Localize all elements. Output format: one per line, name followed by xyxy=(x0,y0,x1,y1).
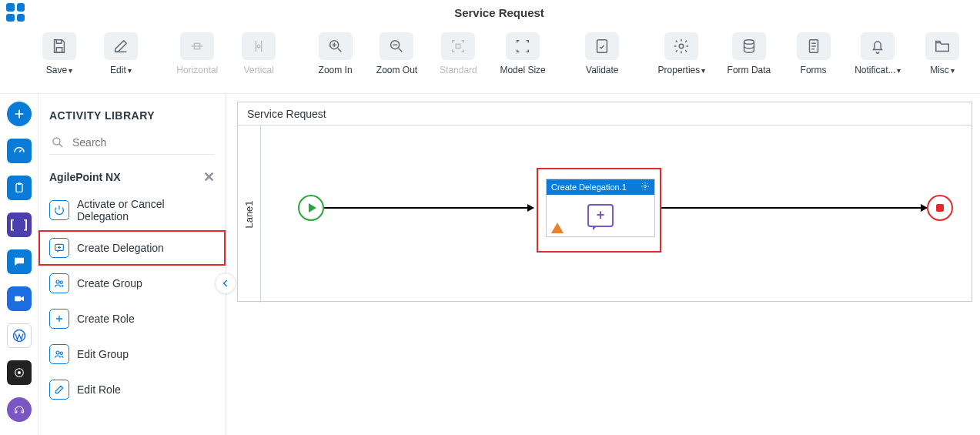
horizontal-label: Horizontal xyxy=(176,65,218,75)
validate-button[interactable]: Validate xyxy=(575,32,629,81)
misc-label: Misc xyxy=(930,65,949,75)
align-vertical-icon xyxy=(242,32,276,60)
svg-rect-5 xyxy=(597,40,607,53)
message-plus-icon xyxy=(49,238,69,258)
category-label: AgilePoint NX xyxy=(49,171,121,183)
rail-grid-icon[interactable]: [ ] xyxy=(7,212,32,237)
zoom-out-button[interactable]: Zoom Out xyxy=(370,32,424,81)
svg-rect-10 xyxy=(18,182,21,185)
zoom-out-icon xyxy=(380,32,413,60)
standard-label: Standard xyxy=(440,65,477,75)
close-icon[interactable]: ✕ xyxy=(203,170,215,184)
validate-label: Validate xyxy=(586,65,618,75)
save-button[interactable]: Save▾ xyxy=(32,32,86,81)
validate-icon xyxy=(585,32,619,60)
canvas-title: Service Request xyxy=(238,102,972,125)
activity-item-label: Create Delegation xyxy=(77,242,164,254)
activity-search[interactable] xyxy=(49,131,215,155)
activity-item-label: Create Role xyxy=(77,313,135,325)
svg-point-17 xyxy=(56,280,59,283)
activity-node-create-delegation[interactable]: Create Delegation.1 + xyxy=(537,168,661,253)
rail-headset-icon[interactable] xyxy=(7,397,32,422)
zoom-in-label: Zoom In xyxy=(319,65,353,75)
save-icon xyxy=(42,32,76,60)
rail-wordpress-icon[interactable] xyxy=(7,323,32,348)
search-icon xyxy=(51,136,65,149)
end-node[interactable] xyxy=(927,195,953,221)
group-plus-icon xyxy=(49,273,69,293)
zoom-in-icon xyxy=(319,32,353,60)
start-node[interactable] xyxy=(298,195,324,221)
svg-point-14 xyxy=(18,371,21,374)
misc-button[interactable]: Misc▾ xyxy=(915,32,969,81)
activity-item-create-delegation[interactable]: Create Delegation xyxy=(38,230,226,266)
activity-item-label: Activate or Cancel Delegation xyxy=(77,198,215,223)
folder-icon xyxy=(925,32,959,60)
connector[interactable] xyxy=(324,207,533,209)
edit-label: Edit xyxy=(110,65,126,75)
apps-launcher-icon[interactable] xyxy=(6,3,25,22)
activity-item-label: Edit Role xyxy=(77,383,121,396)
save-label: Save xyxy=(46,65,67,75)
forms-icon xyxy=(797,32,831,60)
rail-clipboard-icon[interactable] xyxy=(7,176,32,200)
svg-rect-11 xyxy=(15,296,21,302)
lane-label[interactable]: Lane1 xyxy=(238,125,261,303)
svg-point-6 xyxy=(680,44,684,49)
gear-icon[interactable] xyxy=(641,182,650,192)
rail-target-icon[interactable] xyxy=(7,360,32,385)
zoom-in-button[interactable]: Zoom In xyxy=(309,32,363,81)
align-vertical-button[interactable]: Vertical xyxy=(232,32,286,81)
properties-button[interactable]: Properties▾ xyxy=(652,32,711,81)
svg-point-7 xyxy=(744,40,754,45)
power-icon xyxy=(49,200,69,220)
chevron-down-icon: ▾ xyxy=(128,66,132,75)
svg-point-19 xyxy=(56,351,59,354)
forms-label: Forms xyxy=(801,65,827,75)
svg-rect-4 xyxy=(457,44,461,49)
align-horizontal-button[interactable]: Horizontal xyxy=(170,32,224,81)
svg-point-1 xyxy=(257,45,260,48)
activity-item-activate-cancel-delegation[interactable]: Activate or Cancel Delegation xyxy=(38,190,226,230)
rail-dashboard-icon[interactable] xyxy=(7,139,32,163)
rail-chat-icon[interactable] xyxy=(7,249,32,274)
chevron-down-icon: ▾ xyxy=(69,66,72,75)
collapse-panel-button[interactable] xyxy=(215,273,236,294)
svg-point-15 xyxy=(53,138,60,145)
left-rail: [ ] xyxy=(0,94,38,435)
edit-button[interactable]: Edit▾ xyxy=(94,32,148,81)
chevron-down-icon: ▾ xyxy=(951,66,955,75)
chevron-down-icon: ▾ xyxy=(897,66,901,75)
notifications-button[interactable]: Notificat...▾ xyxy=(848,32,908,81)
pencil-box-icon xyxy=(49,380,69,400)
model-size-button[interactable]: Model Size xyxy=(493,32,552,81)
vertical-label: Vertical xyxy=(244,65,274,75)
process-canvas[interactable]: Service Request Lane1 Create Delegation.… xyxy=(237,102,972,302)
activity-item-edit-group[interactable]: Edit Group xyxy=(38,336,226,372)
add-icon[interactable] xyxy=(7,102,32,126)
form-data-button[interactable]: Form Data xyxy=(719,32,778,81)
group-edit-icon xyxy=(49,344,69,364)
activity-library-panel: ACTIVITY LIBRARY AgilePoint NX ✕ Activat… xyxy=(38,94,226,435)
page-title: Service Request xyxy=(25,6,974,19)
model-size-icon xyxy=(506,32,540,60)
activity-item-label: Create Group xyxy=(77,277,142,289)
activity-item-create-role[interactable]: Create Role xyxy=(38,301,226,336)
database-icon xyxy=(732,32,766,60)
activity-item-edit-role[interactable]: Edit Role xyxy=(38,372,226,407)
svg-point-20 xyxy=(60,352,62,354)
zoom-out-label: Zoom Out xyxy=(376,65,417,75)
activity-item-create-group[interactable]: Create Group xyxy=(38,266,226,301)
svg-point-18 xyxy=(60,281,62,283)
zoom-standard-button[interactable]: Standard xyxy=(431,32,485,81)
zoom-standard-icon xyxy=(441,32,475,60)
rail-video-icon[interactable] xyxy=(7,286,32,311)
chevron-down-icon: ▾ xyxy=(701,66,705,75)
activity-item-label: Edit Group xyxy=(77,348,129,360)
search-input[interactable] xyxy=(71,136,213,149)
activity-title-label: Create Delegation.1 xyxy=(551,182,627,192)
connector[interactable] xyxy=(661,207,927,209)
plus-box-icon xyxy=(49,309,69,329)
warning-icon xyxy=(551,223,564,233)
forms-button[interactable]: Forms xyxy=(787,32,841,81)
